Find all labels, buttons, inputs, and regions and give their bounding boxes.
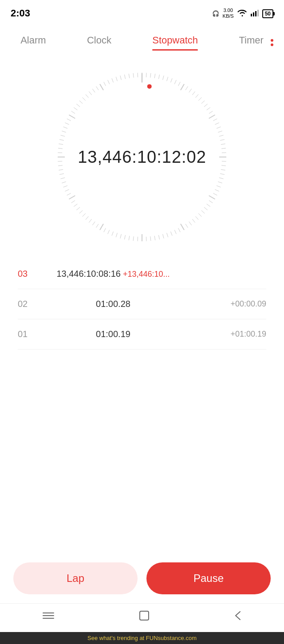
svg-line-102 (65, 123, 69, 125)
lap-time-03: 13,446:10:08:16 +13,446:10... (40, 269, 186, 279)
svg-line-90 (59, 173, 64, 174)
svg-line-84 (69, 196, 75, 199)
home-nav-icon[interactable] (42, 611, 55, 623)
svg-line-112 (92, 89, 95, 92)
svg-line-23 (209, 111, 213, 114)
headphone-icon: 🎧 (212, 10, 219, 17)
svg-line-109 (83, 98, 86, 101)
svg-line-85 (67, 193, 71, 196)
svg-line-12 (174, 80, 176, 84)
svg-line-100 (62, 131, 66, 132)
svg-rect-0 (251, 14, 252, 16)
svg-line-81 (76, 207, 80, 210)
svg-line-108 (79, 101, 83, 104)
svg-line-83 (71, 200, 75, 203)
nav-bar (0, 603, 284, 632)
svg-line-79 (83, 213, 86, 216)
svg-line-17 (192, 91, 195, 95)
svg-line-30 (220, 139, 225, 140)
tab-stopwatch[interactable]: Stopwatch (152, 35, 198, 51)
svg-line-101 (63, 127, 67, 129)
svg-line-59 (163, 234, 164, 239)
svg-line-32 (221, 148, 226, 149)
svg-line-52 (189, 222, 192, 225)
laps-section: 03 13,446:10:08:16 +13,446:10... 02 01:0… (0, 259, 284, 549)
svg-line-43 (213, 193, 217, 196)
svg-line-87 (63, 186, 67, 188)
bottom-buttons: Lap Pause (0, 549, 284, 603)
svg-line-77 (89, 219, 91, 223)
svg-line-8 (158, 75, 159, 79)
lap-button[interactable]: Lap (13, 562, 138, 594)
svg-line-66 (133, 236, 134, 241)
svg-line-16 (189, 89, 192, 92)
clock-face-container: // We'll generate ticks inline via the s… (0, 51, 284, 259)
svg-line-54 (181, 224, 184, 230)
svg-line-11 (171, 79, 173, 82)
svg-line-19 (198, 98, 201, 101)
svg-line-62 (150, 236, 151, 241)
svg-rect-128 (140, 611, 149, 620)
svg-line-74 (100, 224, 103, 230)
svg-line-118 (116, 77, 117, 81)
pause-button[interactable]: Pause (146, 562, 271, 594)
svg-line-7 (154, 74, 155, 78)
svg-line-86 (65, 189, 69, 191)
svg-line-110 (86, 94, 89, 98)
lap-time-01: 01:00.19 (40, 329, 186, 339)
svg-line-35 (222, 161, 226, 161)
lap-row: 01 01:00.19 +01:00.19 (18, 319, 266, 349)
svg-line-76 (92, 222, 95, 225)
svg-line-89 (60, 178, 65, 179)
back-nav-icon[interactable] (234, 611, 242, 623)
svg-line-33 (222, 153, 226, 153)
svg-line-115 (104, 82, 106, 86)
svg-line-55 (178, 228, 181, 232)
svg-line-40 (218, 182, 222, 183)
svg-line-38 (220, 173, 225, 174)
svg-line-117 (112, 79, 114, 82)
battery-icon: 50 (262, 10, 273, 17)
tab-alarm[interactable]: Alarm (20, 35, 46, 51)
more-menu[interactable] (271, 39, 273, 46)
network-speed: 3.00KB/S (223, 8, 234, 19)
svg-line-92 (58, 165, 63, 166)
svg-line-39 (219, 178, 224, 179)
wifi-icon (237, 9, 247, 18)
svg-line-41 (217, 186, 221, 188)
svg-line-73 (104, 228, 106, 232)
more-dot-2 (271, 43, 273, 46)
lap-number-01: 01 (18, 329, 40, 339)
stopwatch-time: 13,446:10:12:02 (78, 148, 206, 167)
svg-line-44 (209, 196, 215, 199)
more-dot-1 (271, 39, 273, 42)
svg-line-10 (167, 77, 168, 81)
watermark: See what's trending at FUNsubstance.com (0, 632, 284, 644)
svg-line-45 (209, 200, 213, 203)
stopwatch-indicator-dot (147, 84, 152, 89)
svg-line-107 (76, 104, 80, 106)
tab-bar: Alarm Clock Stopwatch Timer (0, 27, 284, 51)
svg-line-22 (207, 107, 210, 110)
svg-line-36 (221, 165, 226, 166)
svg-line-5 (146, 73, 146, 77)
svg-line-75 (96, 224, 99, 228)
svg-line-119 (120, 75, 122, 80)
signal-icon (251, 9, 259, 18)
svg-line-50 (195, 216, 198, 220)
svg-line-80 (79, 210, 83, 213)
svg-line-53 (185, 224, 188, 228)
svg-line-103 (67, 119, 71, 121)
svg-line-28 (218, 131, 222, 132)
svg-line-88 (62, 182, 66, 183)
recents-nav-icon[interactable] (139, 611, 149, 623)
svg-line-106 (74, 107, 77, 110)
svg-line-70 (116, 233, 117, 237)
svg-line-18 (195, 94, 198, 98)
lap-number-02: 02 (18, 299, 40, 309)
tab-clock[interactable]: Clock (87, 35, 111, 51)
svg-line-82 (74, 204, 77, 207)
svg-line-122 (133, 73, 134, 78)
tab-timer[interactable]: Timer (239, 35, 263, 51)
svg-line-104 (69, 115, 75, 118)
